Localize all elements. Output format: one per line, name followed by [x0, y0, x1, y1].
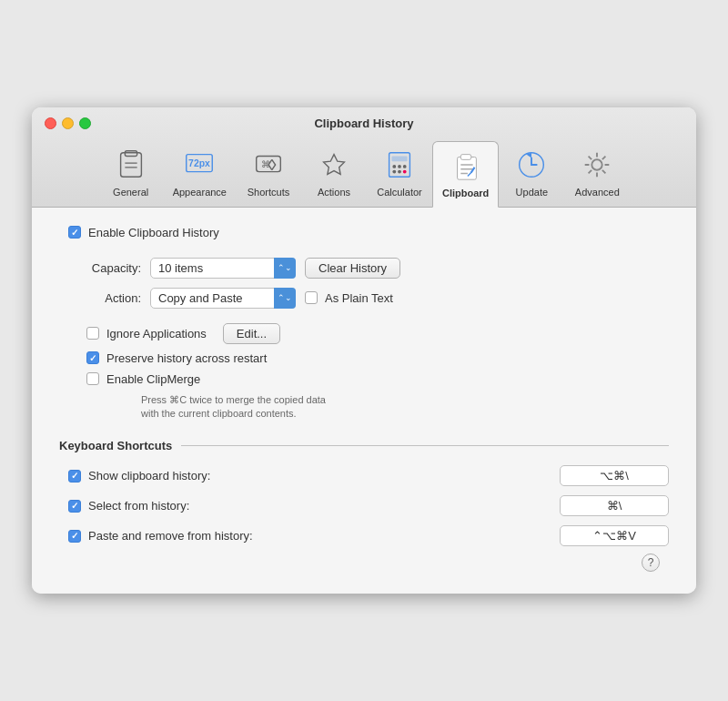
section-header: Keyboard Shortcuts [59, 439, 669, 452]
appearance-icon: 72px [181, 147, 217, 183]
paste-remove-label: Paste and remove from history: [88, 529, 270, 543]
clipmerge-checkbox[interactable] [86, 372, 99, 385]
svg-line-29 [602, 156, 606, 159]
tab-actions-label: Actions [318, 187, 350, 198]
maximize-button[interactable] [79, 117, 91, 129]
svg-text:72px: 72px [188, 158, 210, 168]
enable-label: Enable Clipboard History [88, 226, 219, 239]
as-plain-text-label: As Plain Text [325, 291, 393, 305]
advanced-icon [579, 147, 615, 183]
ignore-apps-label: Ignore Applications [106, 327, 207, 340]
tab-calculator[interactable]: Calculator [367, 141, 432, 207]
svg-line-28 [602, 169, 606, 173]
action-select[interactable]: Copy and Paste Paste Copy [150, 288, 296, 309]
tab-appearance[interactable]: 72px Appearance [164, 141, 236, 207]
keyboard-shortcuts-title: Keyboard Shortcuts [59, 439, 172, 452]
svg-point-13 [392, 169, 396, 173]
select-history-checkbox[interactable] [68, 500, 81, 513]
clipmerge-row: Enable ClipMerge [86, 372, 669, 386]
calculator-icon [381, 147, 418, 183]
keyboard-shortcuts-section: Keyboard Shortcuts Show clipboard histor… [59, 439, 669, 546]
form-rows: Capacity: 5 items 10 items 20 items 50 i… [77, 258, 669, 309]
show-history-label: Show clipboard history: [88, 469, 270, 483]
tab-clipboard-label: Clipboard [442, 188, 489, 198]
clipmerge-description: Press ⌘C twice to merge the copied dataw… [141, 393, 414, 422]
capacity-row: Capacity: 5 items 10 items 20 items 50 i… [77, 258, 669, 279]
help-area: ? [59, 546, 669, 575]
svg-point-12 [403, 165, 407, 168]
ignore-apps-row: Ignore Applications Edit... [86, 323, 669, 344]
clipmerge-label: Enable ClipMerge [106, 372, 200, 386]
as-plain-text-checkbox[interactable] [305, 291, 318, 304]
select-history-key[interactable]: ⌘\ [560, 495, 669, 516]
tab-shortcuts[interactable]: ⌘ Shortcuts [236, 141, 301, 207]
minimize-button[interactable] [62, 117, 74, 129]
svg-point-14 [398, 169, 401, 173]
svg-line-27 [589, 156, 592, 159]
traffic-lights [45, 117, 91, 129]
svg-point-11 [398, 165, 401, 168]
section-divider [181, 445, 669, 446]
toolbar: General 72px Appearance ⌘ [98, 137, 631, 207]
shortcut-row-select: Select from history: ⌘\ [68, 495, 669, 516]
capacity-select[interactable]: 5 items 10 items 20 items 50 items 100 i… [150, 258, 296, 279]
tab-advanced-label: Advanced [575, 187, 620, 198]
paste-remove-checkbox[interactable] [68, 530, 81, 543]
svg-point-15 [403, 169, 407, 173]
help-button[interactable]: ? [642, 554, 660, 572]
shortcut-row-paste-remove: Paste and remove from history: ⌃⌥⌘V [68, 525, 669, 546]
shortcut-rows: Show clipboard history: ⌥⌘\ Select from … [68, 465, 669, 546]
ignore-apps-checkbox[interactable] [86, 327, 99, 340]
titlebar-top: Clipboard History [45, 117, 683, 130]
preserve-history-checkbox[interactable] [86, 351, 99, 364]
shortcut-row-show: Show clipboard history: ⌥⌘\ [68, 465, 669, 486]
preserve-history-row: Preserve history across restart [86, 351, 669, 365]
tab-appearance-label: Appearance [173, 187, 227, 198]
svg-rect-17 [460, 154, 470, 159]
tab-advanced[interactable]: Advanced [564, 141, 630, 207]
capacity-label: Capacity: [77, 261, 141, 275]
window-title: Clipboard History [45, 117, 683, 130]
show-history-key[interactable]: ⌥⌘\ [560, 465, 669, 486]
main-window: Clipboard History General [32, 107, 696, 594]
actions-icon [316, 147, 352, 183]
tab-general-label: General [113, 187, 148, 198]
svg-point-22 [592, 159, 602, 169]
close-button[interactable] [45, 117, 56, 129]
tab-update[interactable]: Update [499, 141, 564, 207]
svg-rect-9 [391, 156, 407, 161]
tab-update-label: Update [516, 187, 548, 198]
action-select-wrapper: Copy and Paste Paste Copy [150, 288, 296, 309]
svg-rect-1 [125, 150, 136, 156]
preserve-history-label: Preserve history across restart [106, 351, 267, 365]
tab-calculator-label: Calculator [377, 187, 422, 198]
content-area: Enable Clipboard History Capacity: 5 ite… [32, 208, 696, 594]
general-icon [113, 147, 149, 183]
clear-history-button[interactable]: Clear History [305, 258, 400, 279]
capacity-select-wrapper: 5 items 10 items 20 items 50 items 100 i… [150, 258, 296, 279]
action-label: Action: [77, 291, 141, 305]
shortcuts-icon: ⌘ [250, 147, 287, 183]
tab-general[interactable]: General [98, 141, 164, 207]
select-history-label: Select from history: [88, 499, 270, 513]
action-row: Action: Copy and Paste Paste Copy As Pla… [77, 288, 669, 309]
clipboard-icon [448, 147, 484, 184]
titlebar: Clipboard History General [32, 107, 696, 208]
as-plain-text-row: As Plain Text [305, 291, 393, 305]
tab-actions[interactable]: Actions [301, 141, 367, 207]
enable-checkbox[interactable] [68, 226, 81, 239]
tab-shortcuts-label: Shortcuts [248, 187, 289, 198]
svg-line-30 [589, 169, 592, 173]
tab-clipboard[interactable]: Clipboard [432, 141, 499, 208]
update-icon [513, 147, 550, 183]
show-history-checkbox[interactable] [68, 470, 81, 483]
options-section: Ignore Applications Edit... Preserve his… [86, 323, 669, 422]
svg-point-10 [392, 165, 396, 168]
edit-button[interactable]: Edit... [223, 323, 280, 344]
enable-row: Enable Clipboard History [68, 226, 669, 239]
paste-remove-key[interactable]: ⌃⌥⌘V [560, 525, 669, 546]
